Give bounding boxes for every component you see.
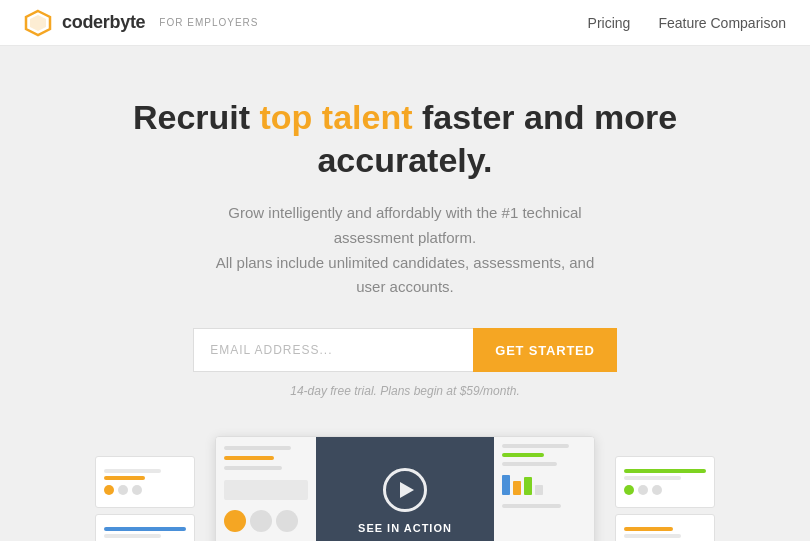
play-icon xyxy=(400,482,414,498)
mini-line-accent xyxy=(624,527,673,531)
preview-left-panels xyxy=(95,456,195,541)
brand-suffix: FOR EMPLOYERS xyxy=(159,17,258,28)
nav-link-feature-comparison[interactable]: Feature Comparison xyxy=(658,15,786,31)
coderbyte-logo-icon xyxy=(24,9,52,37)
mini-dot xyxy=(624,485,634,495)
video-preview-area: SEE IN ACTION xyxy=(20,426,790,541)
mini-card-left-2 xyxy=(95,514,195,541)
hero-title: Recruit top talent faster and more accur… xyxy=(115,96,695,181)
mini-card-left-1 xyxy=(95,456,195,508)
nav-link-pricing[interactable]: Pricing xyxy=(588,15,631,31)
brand-name: coderbyte xyxy=(62,12,145,33)
mini-line xyxy=(624,476,681,480)
preview-dark-center[interactable]: SEE IN ACTION xyxy=(316,436,495,541)
logo-area: coderbyte FOR EMPLOYERS xyxy=(24,9,258,37)
email-form: GET STARTED xyxy=(20,328,790,372)
mini-dot xyxy=(104,485,114,495)
hero-title-before: Recruit xyxy=(133,98,260,136)
hero-title-highlight: top talent xyxy=(260,98,413,136)
hero-subtitle: Grow intelligently and affordably with t… xyxy=(205,201,605,300)
mini-line xyxy=(104,469,161,473)
mini-line xyxy=(104,534,161,538)
mini-line-blue xyxy=(104,527,186,531)
preview-left-region xyxy=(216,436,316,541)
mini-dot xyxy=(638,485,648,495)
mini-dot xyxy=(132,485,142,495)
mini-line-accent xyxy=(104,476,145,480)
mini-card-right-1 xyxy=(615,456,715,508)
hero-section: Recruit top talent faster and more accur… xyxy=(0,46,810,541)
mini-card-right-2 xyxy=(615,514,715,541)
mini-dots xyxy=(104,485,186,495)
email-input[interactable] xyxy=(193,328,473,372)
mini-dots xyxy=(624,485,706,495)
play-button[interactable] xyxy=(383,468,427,512)
preview-laptop[interactable]: SEE IN ACTION xyxy=(215,436,595,541)
get-started-button[interactable]: GET STARTED xyxy=(473,328,617,372)
preview-right-region xyxy=(494,436,594,541)
mini-line xyxy=(624,534,681,538)
trial-text: 14-day free trial. Plans begin at $59/mo… xyxy=(20,384,790,398)
mini-dot xyxy=(118,485,128,495)
navbar: coderbyte FOR EMPLOYERS Pricing Feature … xyxy=(0,0,810,46)
svg-marker-1 xyxy=(30,15,46,31)
mini-line-green xyxy=(624,469,706,473)
nav-links: Pricing Feature Comparison xyxy=(588,15,786,31)
see-in-action-label: SEE IN ACTION xyxy=(358,522,452,534)
mini-dot xyxy=(652,485,662,495)
preview-right-panels xyxy=(615,456,715,541)
